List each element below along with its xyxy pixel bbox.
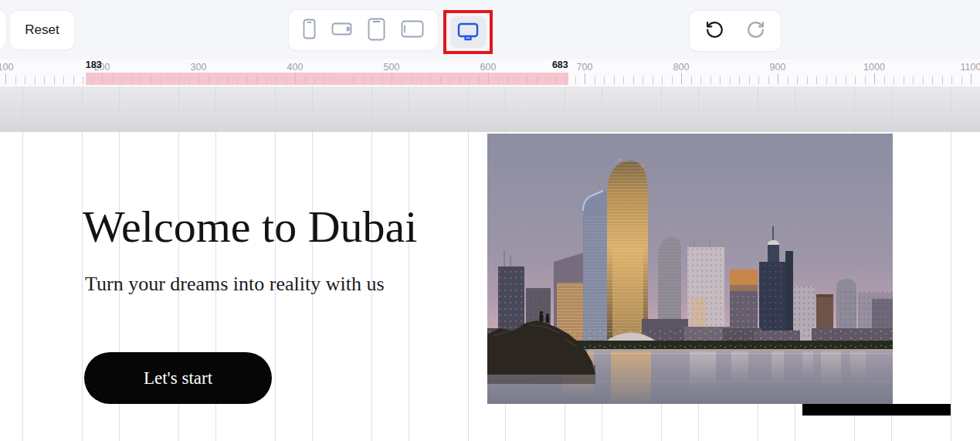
ruler-number: 500 bbox=[384, 62, 400, 73]
hero-image-dubai-skyline[interactable] bbox=[487, 134, 893, 404]
device-desktop-button[interactable] bbox=[450, 16, 487, 48]
ruler-number: 900 bbox=[770, 62, 786, 73]
reset-button[interactable]: Reset bbox=[10, 11, 74, 49]
tablet-portrait-icon bbox=[368, 18, 385, 43]
device-phone-landscape-button[interactable] bbox=[330, 21, 354, 39]
ruler-number: 100 bbox=[0, 62, 13, 73]
grid-column-line bbox=[312, 87, 313, 441]
hero-cta-button[interactable]: Let's start bbox=[84, 352, 272, 404]
ruler-number: 600 bbox=[480, 62, 497, 73]
grid-column-line bbox=[951, 87, 951, 441]
website-builder: Reset bbox=[0, 0, 980, 441]
ruler-number: 300 bbox=[191, 62, 207, 73]
ruler-number: 700 bbox=[577, 62, 593, 73]
edge-button-fragment[interactable] bbox=[0, 10, 6, 49]
ruler: 10020030040050060070080090010001100 183 … bbox=[0, 59, 980, 87]
redo-button[interactable] bbox=[746, 20, 765, 42]
device-tablet-landscape-button[interactable] bbox=[399, 19, 426, 42]
device-phone-portrait-button[interactable] bbox=[301, 17, 317, 43]
ruler-number: 1000 bbox=[863, 62, 885, 73]
grid-column-line bbox=[409, 87, 409, 441]
grid-column-line bbox=[82, 87, 83, 441]
device-switcher bbox=[289, 10, 438, 50]
history-controls bbox=[690, 11, 781, 51]
tablet-landscape-icon bbox=[401, 20, 424, 40]
grid-column-line bbox=[371, 87, 372, 441]
hero-subheading[interactable]: Turn your dreams into reality with us bbox=[85, 273, 385, 296]
topbar: Reset bbox=[0, 0, 980, 59]
phone-portrait-icon bbox=[303, 19, 316, 42]
ruler-number: 400 bbox=[287, 62, 303, 73]
grid-column-line bbox=[275, 87, 276, 441]
desktop-highlight-box bbox=[443, 10, 493, 54]
selection-start-label: 183 bbox=[86, 59, 102, 70]
desktop-monitor-icon bbox=[457, 22, 479, 43]
hero-heading[interactable]: Welcome to Dubai bbox=[83, 201, 417, 253]
skyline-illustration bbox=[487, 134, 893, 404]
ruler-number: 800 bbox=[673, 62, 690, 73]
undo-button[interactable] bbox=[705, 20, 724, 42]
grid-column-line bbox=[22, 87, 23, 441]
ruler-number: 1100 bbox=[961, 62, 980, 73]
ruler-selection-band[interactable] bbox=[86, 73, 568, 85]
selected-element-bar[interactable] bbox=[802, 404, 951, 416]
grid-column-line bbox=[468, 87, 469, 441]
undo-icon bbox=[705, 20, 724, 42]
canvas-top-margin bbox=[0, 87, 980, 132]
device-tablet-portrait-button[interactable] bbox=[366, 16, 387, 45]
redo-icon bbox=[746, 20, 765, 42]
selection-end-label: 683 bbox=[552, 59, 568, 70]
phone-landscape-icon bbox=[331, 22, 352, 38]
